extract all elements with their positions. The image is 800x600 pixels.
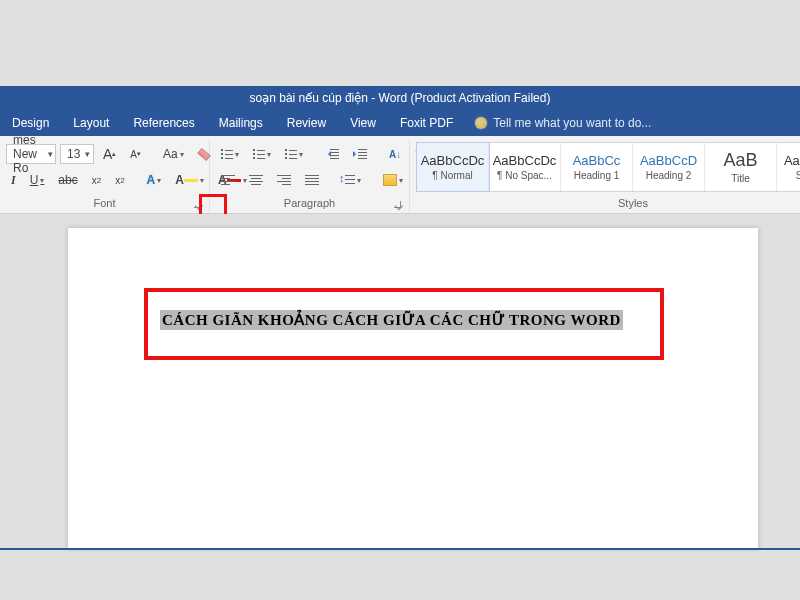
justify-icon bbox=[305, 175, 319, 185]
grow-font-icon: A bbox=[103, 146, 112, 162]
tab-foxit-pdf[interactable]: Foxit PDF bbox=[388, 110, 465, 136]
group-styles-label: Styles bbox=[416, 195, 800, 213]
decrease-indent-icon bbox=[325, 148, 339, 160]
style-preview: AaBbCcDc bbox=[421, 153, 485, 168]
bottom-divider bbox=[0, 548, 800, 550]
style-name: ¶ Normal bbox=[432, 170, 472, 181]
style-title[interactable]: AaBTitle bbox=[705, 143, 777, 191]
document-page[interactable]: CÁCH GIÃN KHOẢNG CÁCH GIỮA CÁC CHỮ TRONG… bbox=[68, 228, 758, 548]
tab-mailings[interactable]: Mailings bbox=[207, 110, 275, 136]
style--no-spac-[interactable]: AaBbCcDc¶ No Spac... bbox=[489, 143, 561, 191]
justify-button[interactable] bbox=[300, 170, 324, 190]
underline-button[interactable]: U▾ bbox=[25, 170, 50, 190]
style-name: ¶ No Spac... bbox=[497, 170, 552, 181]
shading-button[interactable]: ▾ bbox=[378, 170, 408, 190]
style-name: Title bbox=[731, 173, 750, 184]
group-font: mes New Ro▾ 13▾ A▴ A▾ Aa▾ I U▾ abc x2 bbox=[0, 140, 210, 213]
align-left-icon bbox=[221, 175, 235, 185]
chevron-down-icon: ▾ bbox=[84, 149, 91, 159]
highlight-button[interactable]: A▾ bbox=[170, 170, 209, 190]
styles-gallery[interactable]: AaBbCcDc¶ NormalAaBbCcDc¶ No Spac...AaBb… bbox=[416, 142, 800, 192]
align-right-button[interactable] bbox=[272, 170, 296, 190]
text-effects-icon: A bbox=[147, 173, 156, 187]
style-heading-1[interactable]: AaBbCcHeading 1 bbox=[561, 143, 633, 191]
style-name: Heading 2 bbox=[646, 170, 692, 181]
shrink-font-button[interactable]: A▾ bbox=[125, 144, 146, 164]
align-center-icon bbox=[249, 175, 263, 185]
change-case-icon: Aa bbox=[163, 147, 178, 161]
group-font-label: Font bbox=[6, 195, 203, 213]
tab-layout[interactable]: Layout bbox=[61, 110, 121, 136]
style-name: Subtitle bbox=[796, 170, 800, 181]
bullets-icon bbox=[221, 149, 233, 159]
line-spacing-icon bbox=[341, 174, 355, 186]
numbering-icon bbox=[253, 149, 265, 159]
strikethrough-button[interactable]: abc bbox=[53, 170, 82, 190]
tell-me-box[interactable]: Tell me what you want to do... bbox=[465, 116, 661, 130]
tab-review[interactable]: Review bbox=[275, 110, 338, 136]
eraser-icon bbox=[197, 147, 211, 160]
tab-view[interactable]: View bbox=[338, 110, 388, 136]
subscript-button[interactable]: x2 bbox=[87, 170, 106, 190]
style-name: Heading 1 bbox=[574, 170, 620, 181]
tell-me-placeholder: Tell me what you want to do... bbox=[493, 116, 651, 130]
style-heading-2[interactable]: AaBbCcDHeading 2 bbox=[633, 143, 705, 191]
multilevel-list-button[interactable]: ▾ bbox=[280, 144, 308, 164]
tab-references[interactable]: References bbox=[121, 110, 206, 136]
style--normal[interactable]: AaBbCcDc¶ Normal bbox=[417, 143, 489, 191]
style-preview: AaBbCc bbox=[573, 153, 621, 168]
highlight-icon: A bbox=[175, 173, 184, 187]
annotation-highlight-text: CÁCH GIÃN KHOẢNG CÁCH GIỮA CÁC CHỮ TRONG… bbox=[144, 288, 664, 360]
window-titlebar: soạn bài nếu cúp điện - Word (Product Ac… bbox=[0, 86, 800, 110]
font-size-combo[interactable]: 13▾ bbox=[60, 144, 94, 164]
style-preview: AaBbCcD bbox=[784, 153, 800, 168]
increase-indent-button[interactable] bbox=[348, 144, 372, 164]
ribbon-tabs: Design Layout References Mailings Review… bbox=[0, 110, 800, 136]
sort-button[interactable]: A↓ bbox=[384, 144, 406, 164]
sort-icon: A↓ bbox=[389, 149, 401, 160]
change-case-button[interactable]: Aa▾ bbox=[158, 144, 189, 164]
bold-button[interactable]: I bbox=[6, 170, 21, 190]
decrease-indent-button[interactable] bbox=[320, 144, 344, 164]
style-preview: AaBbCcDc bbox=[493, 153, 557, 168]
window-title: soạn bài nếu cúp điện - Word (Product Ac… bbox=[250, 91, 551, 105]
highlight-swatch bbox=[184, 179, 198, 182]
font-family-combo[interactable]: mes New Ro▾ bbox=[6, 144, 56, 164]
font-size-value: 13 bbox=[67, 147, 80, 161]
shrink-font-icon: A bbox=[130, 149, 137, 160]
increase-indent-icon bbox=[353, 148, 367, 160]
bullets-button[interactable]: ▾ bbox=[216, 144, 244, 164]
group-paragraph: ▾ ▾ ▾ A↓ ¶ ▾ bbox=[210, 140, 410, 213]
style-preview: AaB bbox=[723, 150, 757, 171]
multilevel-icon bbox=[285, 149, 297, 159]
grow-font-button[interactable]: A▴ bbox=[98, 144, 121, 164]
document-workspace: CÁCH GIÃN KHOẢNG CÁCH GIỮA CÁC CHỮ TRONG… bbox=[0, 214, 800, 600]
line-spacing-button[interactable]: ▾ bbox=[336, 170, 366, 190]
group-styles: AaBbCcDc¶ NormalAaBbCcDc¶ No Spac...AaBb… bbox=[410, 140, 800, 213]
style-preview: AaBbCcD bbox=[640, 153, 697, 168]
align-left-button[interactable] bbox=[216, 170, 240, 190]
align-right-icon bbox=[277, 175, 291, 185]
outer-background bbox=[0, 0, 800, 86]
selected-text[interactable]: CÁCH GIÃN KHOẢNG CÁCH GIỮA CÁC CHỮ TRONG… bbox=[160, 310, 623, 330]
chevron-down-icon: ▾ bbox=[48, 149, 53, 159]
superscript-button[interactable]: x2 bbox=[110, 170, 129, 190]
align-center-button[interactable] bbox=[244, 170, 268, 190]
style-subtitle[interactable]: AaBbCcDSubtitle bbox=[777, 143, 800, 191]
lightbulb-icon bbox=[475, 117, 487, 129]
paragraph-dialog-launcher[interactable] bbox=[391, 198, 401, 208]
group-paragraph-label: Paragraph bbox=[216, 195, 403, 213]
shading-icon bbox=[383, 174, 397, 186]
text-effects-button[interactable]: A▾ bbox=[142, 170, 167, 190]
numbering-button[interactable]: ▾ bbox=[248, 144, 276, 164]
ribbon: mes New Ro▾ 13▾ A▴ A▾ Aa▾ I U▾ abc x2 bbox=[0, 136, 800, 214]
